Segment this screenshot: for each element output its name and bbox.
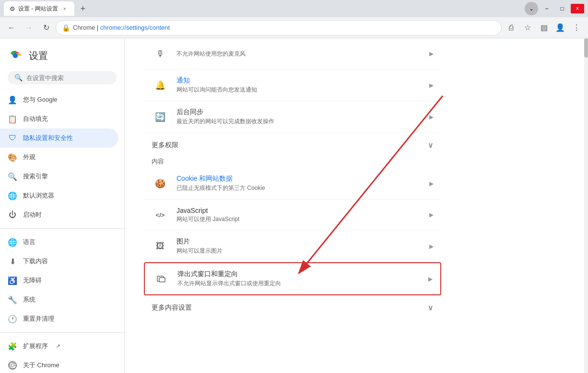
notification-item[interactable]: 🔔 通知 网站可以询问能否向您发送通知 ▶ [144,70,441,101]
svg-point-3 [13,53,18,58]
sidebar-nav: 👤 您与 Google 📋 自动填充 🛡 隐私设置和安全性 🎨 外观 🔍 搜索引… [0,90,124,373]
external-link-icon: ↗ [56,343,60,350]
back-button[interactable]: ← [4,20,19,35]
javascript-content: JavaScript 网站可以使用 JavaScript [176,207,425,223]
search-input[interactable] [26,74,110,82]
nav-actions: ⎙ ☆ ▤ 👤 ⋮ [504,20,584,35]
appearance-icon: 🎨 [8,152,17,162]
cookie-item[interactable]: 🍪 Cookie 和网站数据 已阻止无痕模式下的第三方 Cookie ▶ [144,168,441,199]
javascript-desc: 网站可以使用 JavaScript [176,215,425,223]
sidebar-item-about[interactable]: 关于 Chrome [0,356,118,373]
more-permissions-header[interactable]: 更多权限 ∨ [144,133,441,153]
background-sync-item[interactable]: 🔄 后台同步 最近关闭的网站可以完成数据收发操作 ▶ [144,101,441,133]
images-desc: 网站可以显示图片 [176,247,425,255]
reload-button[interactable]: ↻ [38,20,54,35]
sidebar-label-appearance: 外观 [23,153,35,162]
tab-settings-icon: ⚙ [10,5,15,12]
popup-title: 弹出式窗口和重定向 [177,270,424,279]
address-url: chrome://settings/content [100,24,170,31]
sidebar-label-reset: 重置并清理 [23,315,54,323]
profile-button[interactable]: 👤 [553,20,568,35]
scrollbar-thumb[interactable] [584,38,588,58]
sidebar-title: 设置 [29,49,48,62]
address-brand: Chrome [73,24,95,31]
content-label-text: 内容 [152,158,164,165]
address-bar[interactable]: 🔒 Chrome | chrome://settings/content [56,20,502,35]
browser-tab[interactable]: ⚙ 设置 - 网站设置 × [4,1,74,16]
images-content: 图片 网站可以显示图片 [176,237,425,255]
sidebar-item-reset[interactable]: 🕐 重置并清理 [0,309,118,328]
share-button[interactable]: ⎙ [504,20,519,35]
title-bar: ⚙ 设置 - 网站设置 × + ⌄ − □ × [0,0,588,17]
sidebar-item-browser[interactable]: 🌐 默认浏览器 [0,186,118,205]
sync-desc: 最近关闭的网站可以完成数据收发操作 [176,117,425,126]
content-area: 🎙 不允许网站使用您的麦克风 ▶ 🔔 通知 网站可以询问能否向您发送通知 ▶ 🔄 [125,38,588,373]
shield-icon: 🛡 [8,133,17,143]
chrome-menu-button[interactable]: ⋮ [569,20,584,35]
chrome-logo-icon [8,48,23,63]
cookie-content: Cookie 和网站数据 已阻止无痕模式下的第三方 Cookie [176,175,425,192]
popup-content: 弹出式窗口和重定向 不允许网站显示弹出式窗口或使用重定向 [177,270,424,288]
cookie-arrow-icon: ▶ [429,180,434,187]
sidebar-item-appearance[interactable]: 🎨 外观 [0,148,118,167]
content-section-label: 内容 [144,153,441,168]
sync-icon: 🔄 [152,108,169,126]
sync-title: 后台同步 [176,108,425,117]
chrome-menu-dropdown[interactable]: ⌄ [525,2,538,15]
sidebar-item-google[interactable]: 👤 您与 Google [0,90,118,109]
popup-svg-icon [156,274,166,284]
notification-title: 通知 [176,76,425,85]
more-content-label: 更多内容设置 [152,303,192,312]
close-button[interactable]: × [571,4,584,13]
javascript-item[interactable]: </> JavaScript 网站可以使用 JavaScript ▶ [144,199,441,231]
sidebar-item-accessibility[interactable]: ♿ 无障碍 [0,271,118,290]
maximize-button[interactable]: □ [555,4,569,13]
sidebar-item-autofill[interactable]: 📋 自动填充 [0,109,118,128]
sidebar-item-downloads[interactable]: ⬇ 下载内容 [0,252,118,271]
sidebar-divider [0,228,124,229]
sidebar-item-system[interactable]: 🔧 系统 [0,290,118,309]
sidebar-item-extensions[interactable]: 🧩 扩展程序 ↗ [0,337,118,356]
notification-icon: 🔔 [152,77,169,94]
sidebar-item-search[interactable]: 🔍 搜索引擎 [0,167,118,186]
images-arrow-icon: ▶ [429,243,434,250]
tab-close-button[interactable]: × [61,5,69,12]
system-icon: 🔧 [8,295,17,304]
language-icon: 🌐 [8,237,17,247]
search-box[interactable]: 🔍 [8,71,117,84]
tab-title: 设置 - 网站设置 [18,5,58,13]
sidebar-item-startup[interactable]: ⏻ 启动时 [0,205,118,224]
cookie-desc: 已阻止无痕模式下的第三方 Cookie [176,184,425,192]
popup-item[interactable]: 弹出式窗口和重定向 不允许网站显示弹出式窗口或使用重定向 ▶ [144,262,441,295]
more-permissions-expand-icon: ∨ [428,140,434,150]
sidebar-label-about: 关于 Chrome [23,361,59,370]
images-item[interactable]: 🖼 图片 网站可以显示图片 ▶ [144,231,441,262]
scrollbar-track [584,38,588,373]
browser-icon: 🌐 [8,191,17,200]
sidebar-label-autofill: 自动填充 [23,115,48,123]
bookmark-button[interactable]: ☆ [520,20,535,35]
new-tab-button[interactable]: + [76,2,90,15]
sidebar-label-system: 系统 [23,295,35,304]
cookie-icon: 🍪 [152,175,169,192]
sidebar-item-language[interactable]: 🌐 语言 [0,233,118,252]
autofill-icon: 📋 [8,114,17,124]
more-content-header[interactable]: 更多内容设置 ∨ [144,295,441,316]
sidebar-label-language: 语言 [23,238,35,246]
popup-icon [153,270,170,288]
mic-desc: 不允许网站使用您的麦克风 [176,50,425,58]
popup-desc: 不允许网站显示弹出式窗口或使用重定向 [177,280,424,288]
search-box-container: 🔍 [0,71,124,90]
forward-button[interactable]: → [21,20,36,35]
sidebar-label-accessibility: 无障碍 [23,276,42,285]
minimize-button[interactable]: − [540,4,553,13]
sidebar: 设置 🔍 👤 您与 Google 📋 自动填充 🛡 隐私设置和安全性 [0,38,125,373]
javascript-arrow-icon: ▶ [429,211,434,218]
mic-item-partial[interactable]: 🎙 不允许网站使用您的麦克风 ▶ [144,38,441,70]
sidebar-toggle-button[interactable]: ▤ [536,20,552,35]
javascript-icon: </> [152,206,169,223]
mic-icon: 🎙 [152,45,169,62]
sidebar-item-privacy[interactable]: 🛡 隐私设置和安全性 [0,128,118,148]
images-icon: 🖼 [152,238,169,255]
startup-icon: ⏻ [8,210,17,220]
